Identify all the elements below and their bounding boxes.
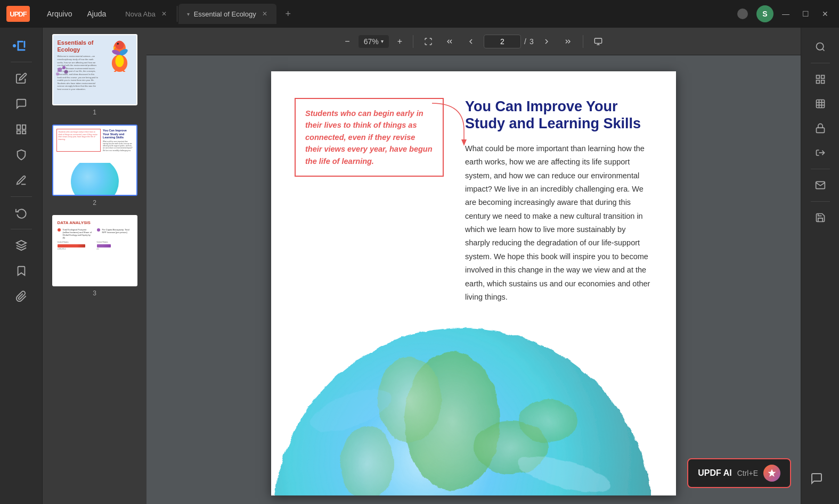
svg-rect-2 <box>17 49 25 51</box>
sidebar-divider-2 <box>11 196 32 197</box>
ocr-button[interactable] <box>809 69 832 90</box>
right-divider-1 <box>811 63 830 63</box>
sidebar-item-document[interactable] <box>9 34 34 57</box>
svg-rect-36 <box>816 76 819 79</box>
thumb1-label: 1 <box>93 109 96 116</box>
tab-nova-aba[interactable]: Nova Aba ✕ <box>118 4 175 24</box>
toolbar-divider-1 <box>413 35 413 48</box>
save-button[interactable] <box>809 207 832 228</box>
menu-ajuda[interactable]: Ajuda <box>80 7 112 20</box>
nav-next-button[interactable] <box>538 34 555 49</box>
thumb3-label: 3 <box>93 290 96 297</box>
updf-ai-button[interactable]: UPDF AI Ctrl+E <box>687 458 791 488</box>
thumb-frame-3: DATA ANALYSIS Total Ecological Footprint… <box>52 215 137 286</box>
content-area: − 67% ▾ + / 3 <box>146 28 801 504</box>
menu-bar: Arquivo Ajuda <box>40 7 112 20</box>
app-logo[interactable]: UPDF <box>6 6 30 22</box>
svg-rect-7 <box>22 131 25 134</box>
right-divider-2 <box>811 169 830 169</box>
email-button[interactable] <box>809 175 832 196</box>
sidebar-item-protect[interactable] <box>9 143 34 167</box>
svg-rect-4 <box>17 125 20 129</box>
svg-rect-37 <box>821 76 824 79</box>
section-body: What could be more important than learni… <box>465 142 653 304</box>
sidebar-item-comment[interactable] <box>9 92 34 115</box>
svg-rect-40 <box>816 100 824 108</box>
close-button[interactable]: ✕ <box>818 7 833 20</box>
svg-point-17 <box>62 66 66 69</box>
thumbnail-panel: Essentials of Ecology <box>43 28 146 504</box>
sidebar-item-layers[interactable] <box>9 234 34 257</box>
sidebar-right <box>801 28 839 504</box>
sidebar-item-sign[interactable] <box>9 169 34 192</box>
page-sep: / <box>524 37 526 46</box>
svg-point-15 <box>115 55 124 67</box>
svg-point-34 <box>816 43 823 50</box>
page-input-group: / 3 <box>484 35 534 48</box>
thumbnail-3[interactable]: DATA ANALYSIS Total Ecological Footprint… <box>52 215 137 297</box>
thumb1-title: Essentials of Ecology <box>58 39 102 53</box>
maximize-button[interactable]: ☐ <box>798 7 813 20</box>
dots-icon <box>737 9 748 19</box>
sidebar-item-attachment[interactable] <box>9 285 34 308</box>
nav-first-button[interactable] <box>441 34 458 49</box>
presentation-button[interactable] <box>590 34 607 49</box>
sidebar-item-convert[interactable] <box>9 201 34 225</box>
svg-rect-39 <box>816 80 819 84</box>
thumbnail-1[interactable]: Essentials of Ecology <box>52 34 137 116</box>
svg-rect-38 <box>821 80 824 84</box>
zoom-in-button[interactable]: + <box>393 34 406 49</box>
updf-ai-icon <box>763 465 780 482</box>
tab-ecology[interactable]: ▾ Essential of Ecology ✕ <box>178 4 276 24</box>
main-area: Essentials of Ecology <box>0 28 839 504</box>
zoom-dropdown-icon: ▾ <box>381 38 384 44</box>
zoom-out-button[interactable]: − <box>340 34 354 49</box>
thumb3-title: DATA ANALYSIS <box>58 220 132 225</box>
sidebar-item-pages[interactable] <box>9 118 34 141</box>
tab-nova-aba-label: Nova Aba <box>125 10 155 18</box>
pdf-page-2: Students who can begin early in their li… <box>271 71 676 495</box>
svg-point-19 <box>56 72 59 76</box>
tab-ecology-close[interactable]: ✕ <box>260 10 269 18</box>
updf-ai-shortcut: Ctrl+E <box>737 469 758 477</box>
page-total: 3 <box>530 37 534 46</box>
svg-rect-1 <box>17 41 19 51</box>
user-avatar[interactable]: S <box>756 5 773 22</box>
svg-rect-45 <box>816 128 824 133</box>
pdf-viewport[interactable]: Students who can begin early in their li… <box>146 55 801 504</box>
sidebar-item-edit[interactable] <box>9 67 34 90</box>
svg-marker-8 <box>16 241 26 245</box>
svg-point-18 <box>64 70 68 74</box>
tab-nova-aba-close[interactable]: ✕ <box>160 10 168 18</box>
sidebar-divider-1 <box>11 62 32 62</box>
share-button[interactable] <box>809 142 832 163</box>
titlebar-controls: S — ☐ ✕ <box>737 5 833 22</box>
svg-line-35 <box>822 49 824 51</box>
nav-prev-button[interactable] <box>462 34 479 49</box>
right-divider-3 <box>811 201 830 202</box>
fit-page-button[interactable] <box>420 34 437 49</box>
quote-text: Students who can begin early in their li… <box>305 108 433 167</box>
tab-ecology-dropdown[interactable]: ▾ <box>187 11 190 17</box>
lock-button[interactable] <box>809 118 832 139</box>
page-number-input[interactable] <box>484 35 521 48</box>
thumbnail-2[interactable]: Students who can begin early in their li… <box>52 125 137 206</box>
svg-rect-5 <box>22 125 25 129</box>
updf-ai-label: UPDF AI <box>698 468 731 478</box>
svg-rect-3 <box>23 41 25 48</box>
toolbar: − 67% ▾ + / 3 <box>146 28 801 55</box>
toolbar-divider-2 <box>583 35 583 48</box>
minimize-button[interactable]: — <box>778 7 794 20</box>
nav-last-button[interactable] <box>559 34 576 49</box>
tab-bar: Nova Aba ✕ ▾ Essential of Ecology ✕ + <box>118 0 295 28</box>
sidebar-item-bookmark[interactable] <box>9 259 34 283</box>
zoom-display[interactable]: 67% ▾ <box>359 35 389 48</box>
comment-bottom-button[interactable] <box>810 472 823 488</box>
menu-arquivo[interactable]: Arquivo <box>40 7 78 20</box>
svg-point-12 <box>117 43 118 45</box>
tab-add-button[interactable]: + <box>281 6 296 21</box>
sidebar-divider-3 <box>11 229 32 229</box>
section-title: You Can Improve Your Study and Learning … <box>465 98 653 133</box>
scan-button[interactable] <box>809 93 832 114</box>
search-right-button[interactable] <box>809 36 832 57</box>
